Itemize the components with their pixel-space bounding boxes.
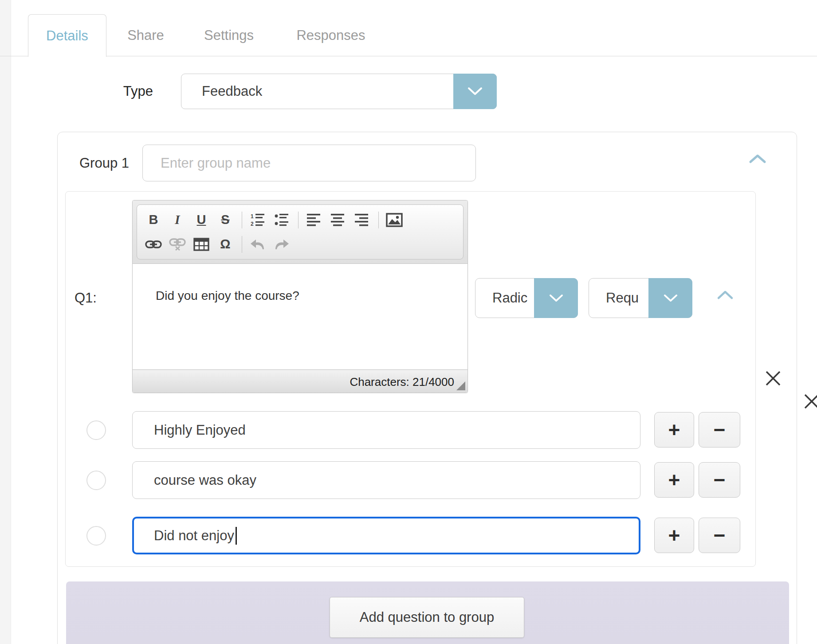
unlink-icon — [169, 238, 186, 251]
minus-icon: − — [714, 420, 726, 440]
option-row: Highly Enjoyed + − — [66, 411, 756, 449]
option-row: course was okay + − — [66, 461, 756, 499]
unlink-button[interactable] — [167, 235, 188, 254]
strikethrough-button[interactable]: S — [215, 210, 236, 230]
editor-content[interactable]: Did you enjoy the course? — [133, 264, 467, 369]
tab-responses[interactable]: Responses — [273, 14, 389, 56]
add-option-button[interactable]: + — [654, 412, 694, 448]
radio-button[interactable] — [86, 526, 106, 546]
image-icon — [386, 213, 403, 227]
remove-option-button[interactable]: − — [699, 462, 740, 498]
toolbar-row-1: B I U S 1 — [143, 208, 457, 232]
minus-icon: − — [714, 525, 726, 546]
svg-text:1: 1 — [251, 213, 254, 220]
tab-settings[interactable]: Settings — [185, 14, 273, 56]
link-icon — [145, 240, 162, 249]
tab-share-label: Share — [127, 27, 164, 43]
undo-button[interactable] — [247, 235, 268, 254]
radio-button[interactable] — [86, 471, 106, 490]
strikethrough-icon: S — [221, 213, 229, 226]
question-type-select-button[interactable] — [534, 278, 578, 318]
chevron-up-icon — [717, 290, 734, 300]
align-right-button[interactable] — [352, 210, 372, 230]
resize-handle-icon[interactable] — [456, 381, 465, 390]
remove-option-button[interactable]: − — [699, 412, 740, 448]
link-button[interactable] — [143, 235, 164, 254]
option-input[interactable]: course was okay — [132, 461, 640, 499]
align-center-button[interactable] — [328, 210, 348, 230]
plus-icon: + — [668, 420, 680, 440]
remove-group-button[interactable] — [801, 391, 817, 413]
editor-statusbar: Characters: 21/4000 — [133, 369, 467, 393]
chevron-up-icon — [749, 153, 766, 164]
left-gutter — [0, 0, 11, 644]
survey-builder-page: { "tabs": { "details": "Details", "share… — [0, 0, 817, 644]
question-required-value: Requ — [606, 279, 639, 318]
align-center-icon — [331, 214, 345, 226]
bold-button[interactable]: B — [143, 210, 164, 230]
radio-button[interactable] — [86, 420, 106, 440]
align-right-icon — [355, 214, 369, 226]
question-required-select-button[interactable] — [648, 278, 692, 318]
toolbar-separator — [298, 212, 299, 228]
tab-share[interactable]: Share — [106, 14, 185, 56]
plus-icon: + — [668, 470, 680, 490]
editor-toolbar-chrome: B I U S 1 — [133, 200, 467, 264]
plus-icon: + — [668, 525, 680, 546]
group-collapse-button[interactable] — [749, 153, 766, 165]
text-caret — [236, 527, 237, 545]
char-counter: Characters: 21/4000 — [350, 375, 454, 389]
question-collapse-button[interactable] — [717, 290, 734, 301]
image-button[interactable] — [384, 210, 405, 230]
add-option-button[interactable]: + — [654, 462, 694, 498]
undo-icon — [250, 239, 266, 250]
option-input[interactable]: Highly Enjoyed — [132, 411, 640, 449]
underline-button[interactable]: U — [191, 210, 212, 230]
option-value: Highly Enjoyed — [154, 422, 246, 438]
question-required-select[interactable]: Requ — [589, 278, 692, 318]
remove-question-button[interactable] — [763, 368, 783, 390]
question-type-value: Radic — [492, 279, 527, 318]
special-char-button[interactable]: Ω — [215, 235, 236, 254]
question-type-select[interactable]: Radic — [475, 278, 578, 318]
redo-button[interactable] — [271, 235, 292, 254]
align-left-button[interactable] — [304, 210, 324, 230]
close-x-icon — [801, 391, 817, 412]
group-label: Group 1 — [79, 145, 129, 181]
add-option-button[interactable]: + — [654, 518, 694, 553]
chevron-down-icon — [664, 294, 678, 302]
bullet-list-button[interactable] — [271, 210, 292, 230]
tab-details[interactable]: Details — [28, 14, 106, 57]
option-row: Did not enjoy + − — [66, 517, 756, 554]
tab-settings-label: Settings — [204, 27, 254, 43]
option-value: Did not enjoy — [154, 528, 234, 544]
redo-icon — [274, 239, 290, 250]
add-question-panel: Add question to group — [66, 581, 789, 644]
close-x-icon — [763, 368, 783, 389]
ordered-list-icon: 1 2 — [251, 213, 265, 227]
question-text: Did you enjoy the course? — [156, 289, 299, 302]
add-question-button[interactable]: Add question to group — [330, 597, 524, 638]
type-label: Type — [102, 74, 153, 109]
type-select-value: Feedback — [202, 74, 262, 109]
remove-option-button[interactable]: − — [699, 518, 740, 553]
italic-icon: I — [175, 213, 180, 226]
minus-icon: − — [714, 470, 726, 490]
underline-icon: U — [197, 213, 206, 226]
option-input-focused[interactable]: Did not enjoy — [132, 517, 640, 554]
rich-text-editor: B I U S 1 — [132, 200, 468, 393]
toolbar-separator — [242, 212, 242, 228]
bullet-list-icon — [275, 213, 289, 227]
italic-button[interactable]: I — [167, 210, 188, 230]
bold-icon: B — [149, 213, 158, 226]
type-select[interactable]: Feedback — [181, 74, 497, 109]
ordered-list-button[interactable]: 1 2 — [247, 210, 268, 230]
toolbar-row-2: Ω — [143, 232, 457, 256]
chevron-down-icon — [549, 294, 563, 302]
group-name-input[interactable] — [142, 145, 476, 181]
table-button[interactable] — [191, 235, 212, 254]
toolbar-separator — [378, 212, 379, 228]
question-label: Q1: — [75, 290, 97, 306]
tab-details-label: Details — [46, 28, 88, 44]
type-select-button[interactable] — [453, 74, 497, 109]
